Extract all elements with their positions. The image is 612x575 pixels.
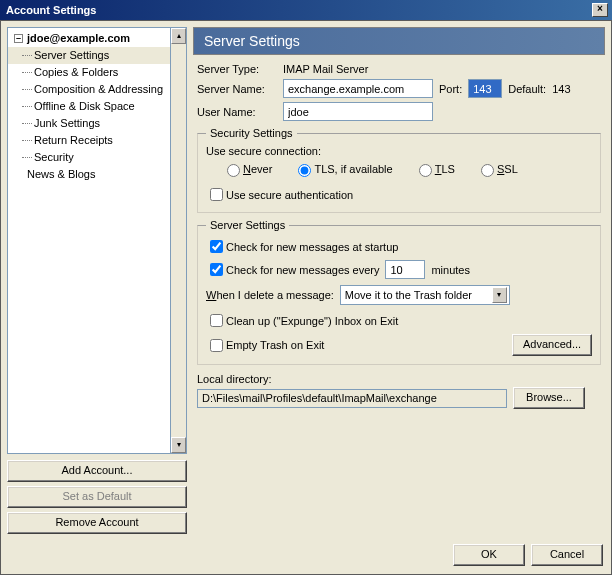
default-port-label: Default: [508, 83, 546, 95]
add-account-button[interactable]: Add Account... [7, 460, 187, 482]
radio-ssl[interactable]: SSL [476, 161, 518, 177]
user-name-input[interactable] [283, 102, 433, 121]
tree-item-composition[interactable]: Composition & Addressing [8, 81, 170, 98]
local-dir-row: Browse... [197, 387, 601, 409]
tree-root-news[interactable]: News & Blogs [8, 166, 170, 183]
tree-item-junk[interactable]: Junk Settings [8, 115, 170, 132]
tree-root-label: jdoe@example.com [27, 31, 130, 46]
checkbox-secure-auth[interactable]: Use secure authentication [206, 185, 353, 204]
server-type-row: Server Type: IMAP Mail Server [197, 63, 601, 75]
tree-item-security[interactable]: Security [8, 149, 170, 166]
close-icon[interactable]: × [592, 3, 608, 17]
server-type-label: Server Type: [197, 63, 277, 75]
server-settings-fieldset: Server Settings Check for new messages a… [197, 219, 601, 365]
security-legend: Security Settings [206, 127, 297, 139]
remove-account-button[interactable]: Remove Account [7, 512, 187, 534]
right-column: Server Settings Server Type: IMAP Mail S… [193, 27, 605, 534]
tree-item-server-settings[interactable]: Server Settings [8, 47, 170, 64]
main-area: – jdoe@example.com Server Settings Copie… [7, 27, 605, 534]
tree-item-return-receipts[interactable]: Return Receipts [8, 132, 170, 149]
window-titlebar: Account Settings × [0, 0, 612, 20]
scroll-down-icon[interactable]: ▾ [171, 437, 186, 453]
local-dir-label: Local directory: [197, 373, 601, 385]
advanced-button[interactable]: Advanced... [512, 334, 592, 356]
server-name-input[interactable] [283, 79, 433, 98]
check-interval-input[interactable] [385, 260, 425, 279]
local-dir-input[interactable] [197, 389, 507, 408]
server-name-row: Server Name: Port: Default: 143 [197, 79, 601, 98]
user-name-label: User Name: [197, 106, 277, 118]
tree-item-copies-folders[interactable]: Copies & Folders [8, 64, 170, 81]
account-tree[interactable]: – jdoe@example.com Server Settings Copie… [7, 27, 171, 454]
radio-tls[interactable]: TLS [414, 161, 455, 177]
default-port-value: 143 [552, 83, 570, 95]
checkbox-empty-trash[interactable]: Empty Trash on Exit [206, 336, 324, 355]
tree-wrap: – jdoe@example.com Server Settings Copie… [7, 27, 187, 454]
delete-action-select[interactable]: Move it to the Trash folder ▾ [340, 285, 510, 305]
port-input[interactable] [468, 79, 502, 98]
ok-button[interactable]: OK [453, 544, 525, 566]
server-name-label: Server Name: [197, 83, 277, 95]
scroll-up-icon[interactable]: ▴ [171, 28, 186, 44]
set-default-button: Set as Default [7, 486, 187, 508]
server-settings-legend: Server Settings [206, 219, 289, 231]
secure-conn-label: Use secure connection: [206, 145, 592, 157]
window-title: Account Settings [6, 4, 96, 16]
user-name-row: User Name: [197, 102, 601, 121]
secure-conn-options: Never TLS, if available TLS SSL [206, 161, 592, 179]
chevron-down-icon: ▾ [492, 287, 507, 303]
checkbox-cleanup[interactable]: Clean up ("Expunge") Inbox on Exit [206, 311, 398, 330]
minutes-label: minutes [431, 264, 470, 276]
checkbox-check-every[interactable]: Check for new messages every [206, 260, 379, 279]
tree-scrollbar[interactable]: ▴ ▾ [171, 27, 187, 454]
cancel-button[interactable]: Cancel [531, 544, 603, 566]
dialog-body: – jdoe@example.com Server Settings Copie… [0, 20, 612, 575]
tree-item-offline[interactable]: Offline & Disk Space [8, 98, 170, 115]
tree-root-account[interactable]: – jdoe@example.com [8, 30, 170, 47]
checkbox-check-startup[interactable]: Check for new messages at startup [206, 237, 398, 256]
security-fieldset: Security Settings Use secure connection:… [197, 127, 601, 213]
delete-label: When I delete a message: [206, 289, 334, 301]
radio-never[interactable]: Never [222, 161, 272, 177]
radio-tls-if-available[interactable]: TLS, if available [293, 161, 392, 177]
left-column: – jdoe@example.com Server Settings Copie… [7, 27, 187, 534]
port-label: Port: [439, 83, 462, 95]
panel-body: Server Type: IMAP Mail Server Server Nam… [193, 55, 605, 417]
dialog-buttons: OK Cancel [7, 534, 605, 568]
panel-title: Server Settings [193, 27, 605, 55]
tree-collapse-icon[interactable]: – [14, 34, 23, 43]
server-type-value: IMAP Mail Server [283, 63, 368, 75]
browse-button[interactable]: Browse... [513, 387, 585, 409]
left-buttons: Add Account... Set as Default Remove Acc… [7, 460, 187, 534]
